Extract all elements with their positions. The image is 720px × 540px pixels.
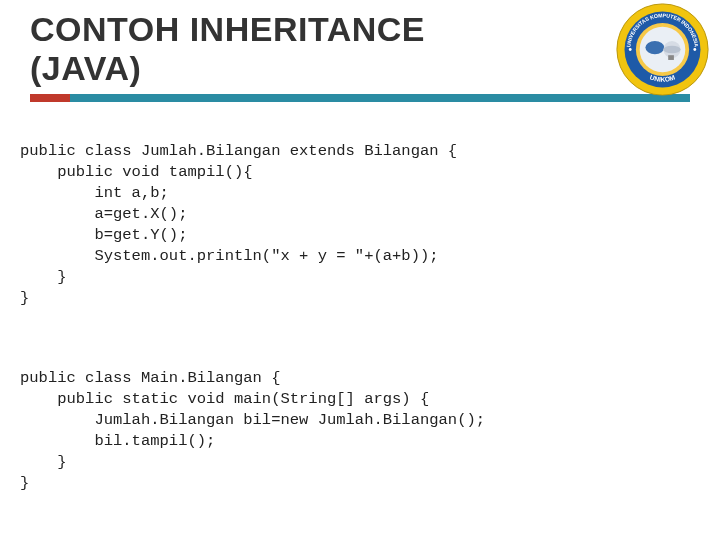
slide-header: CONTOH INHERITANCE (JAVA) UNIVERSITAS KO… — [0, 0, 720, 102]
code-area: public class Jumlah.Bilangan extends Bil… — [0, 102, 720, 515]
accent-red — [30, 94, 70, 102]
svg-point-6 — [663, 46, 680, 54]
accent-bar — [30, 94, 690, 102]
title-line1: CONTOH INHERITANCE — [30, 10, 425, 48]
svg-point-11 — [693, 48, 696, 51]
university-logo: UNIVERSITAS KOMPUTER INDONESIA UNIKOM — [615, 2, 710, 97]
svg-point-4 — [645, 41, 664, 54]
accent-teal — [70, 94, 690, 102]
code-gap — [20, 329, 700, 347]
svg-rect-7 — [668, 55, 674, 60]
code-block-1: public class Jumlah.Bilangan extends Bil… — [20, 141, 700, 308]
title-line2: (JAVA) — [30, 49, 141, 87]
svg-point-10 — [629, 48, 632, 51]
slide-title: CONTOH INHERITANCE (JAVA) — [30, 10, 690, 88]
code-block-2: public class Main.Bilangan { public stat… — [20, 368, 700, 494]
